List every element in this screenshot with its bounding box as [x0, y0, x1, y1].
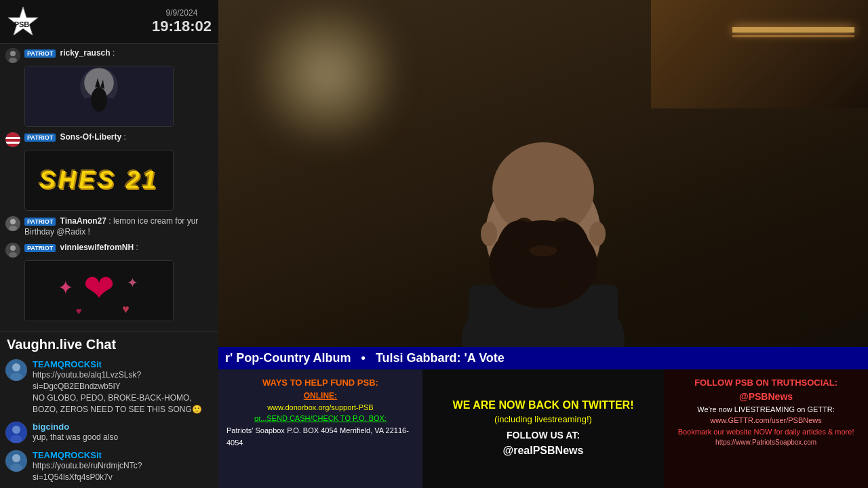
badge-patriot: PATRIOT	[24, 49, 56, 58]
follow-label: FOLLOW US AT:	[507, 428, 580, 443]
info-panels: WAYS TO HELP FUND PSB: ONLINE: www.donor…	[218, 369, 868, 488]
po-box: P.O. BOX 4054	[287, 426, 337, 434]
chat-message-3: PATRIOT TinaAnon27 : lemon ice cream for…	[5, 216, 213, 237]
username-tina: TinaAnon27	[60, 216, 106, 226]
username-teamq-2: TEAMQROCKSit	[33, 450, 213, 460]
truthsocial-panel: FOLLOW PSB ON TRUTHSOCIAL: @PSBNews We'r…	[664, 369, 868, 488]
twitter-line1: WE ARE NOW BACK ON TWITTER!	[453, 399, 634, 413]
bg-kitchen	[651, 0, 868, 108]
svg-text:♥: ♥	[122, 302, 130, 316]
ticker-text: r' Pop-Country Album • Tulsi Gabbard: 'A…	[225, 351, 505, 365]
truth-title: FOLLOW PSB ON TRUTHSOCIAL:	[672, 376, 860, 390]
svg-point-3	[10, 51, 16, 56]
svg-point-32	[10, 464, 22, 472]
time-display: 19:18:02	[152, 18, 212, 35]
svg-point-9	[91, 87, 107, 112]
svg-point-17	[9, 252, 17, 258]
psb-logo: PSB	[7, 5, 39, 38]
username-ricky: ricky_rausch	[60, 48, 111, 58]
twitter-handle: @realPSBNews	[503, 443, 584, 459]
header: PSB 9/9/2024 19:18:02	[0, 0, 218, 44]
vaughn-message-1: TEAMQROCKSit https://youtu.be/alq1LvzSLs…	[5, 359, 213, 415]
svg-point-14	[9, 226, 17, 231]
logo-area: PSB	[7, 5, 39, 38]
org-name: Patriots' Soapbox	[226, 426, 285, 434]
badge-patriot-4: PATRIOT	[24, 244, 56, 252]
username-vinnie: vinnieswifefromNH	[60, 243, 134, 252]
username-teamq-1: TEAMQROCKSit	[33, 359, 213, 369]
online-label: ONLINE:	[226, 390, 414, 402]
svg-point-25	[12, 363, 20, 371]
msg-teamq-2: https://youtu.be/ruNrdmjcNTc?si=1Q54lsXf…	[33, 460, 213, 483]
vaughn-chat-lower: TEAMQROCKSit https://youtu.be/alq1LvzSLs…	[0, 357, 218, 488]
video-frame: r' Pop-Country Album • Tulsi Gabbard: 'A…	[218, 0, 868, 488]
badge-patriot-3: PATRIOT	[24, 218, 56, 226]
vaughn-chat-label: Vaughn.live Chat	[0, 331, 218, 357]
livestream-text: We're now LIVESTREAMING on GETTR:	[672, 404, 860, 415]
svg-point-31	[12, 454, 20, 462]
person-silhouette	[401, 108, 686, 366]
vaughn-chat-title: Vaughn.live Chat	[7, 337, 116, 352]
cabinet-light-2	[732, 35, 854, 37]
chat-shes21: SHES 21	[24, 150, 174, 211]
msg-colon-1: :	[113, 48, 115, 58]
gettr-link: www.GETTR.com/user/PSBNews	[672, 415, 860, 426]
or-send: or...SEND CASH/CHECK TO P.O. BOX:	[226, 413, 414, 424]
svg-point-28	[12, 426, 20, 434]
svg-point-26	[10, 373, 22, 381]
username-sons: Sons-Of-Liberty	[60, 132, 122, 142]
msg-bigcindo: yup, that was good also	[33, 432, 118, 443]
avatar-bigcindo	[5, 422, 27, 443]
sidebar: PSB 9/9/2024 19:18:02 PATRIOT ricky_raus…	[0, 0, 218, 488]
fund-title: WAYS TO HELP FUND PSB:	[226, 376, 414, 390]
svg-point-4	[9, 58, 17, 63]
bg-window-light	[259, 7, 395, 142]
badge-patriot-2: PATRIOT	[24, 134, 56, 142]
svg-text:PSB: PSB	[14, 20, 30, 28]
twitter-panel: WE ARE NOW BACK ON TWITTER! (including l…	[422, 369, 664, 488]
datetime-area: 9/9/2024 19:18:02	[152, 8, 212, 35]
vaughn-message-3: TEAMQROCKSit https://youtu.be/ruNrdmjcNT…	[5, 450, 213, 483]
date-display: 9/9/2024	[152, 8, 212, 18]
truth-handle: @PSBNews	[672, 390, 860, 404]
svg-text:✦: ✦	[127, 275, 138, 290]
chat-image-wolf	[24, 66, 174, 127]
twitter-line2: (including livestreaming!)	[494, 413, 592, 426]
svg-text:✦: ✦	[58, 277, 73, 298]
svg-text:♥: ♥	[76, 306, 82, 317]
avatar-ricky	[5, 48, 20, 63]
chat-message-1: PATRIOT ricky_rausch :	[5, 48, 213, 127]
username-bigcindo: bigcindo	[33, 422, 118, 432]
shes21-text: SHES 21	[39, 166, 159, 195]
vaughn-message-2: bigcindo yup, that was good also	[5, 422, 213, 443]
svg-point-47	[530, 245, 557, 256]
avatar-vinnie	[5, 243, 20, 258]
chat-message-4: PATRIOT vinnieswifefromNH : ❤ ✦ ✦ ♥ ♥	[5, 243, 213, 321]
chat-upper: PATRIOT ricky_rausch :	[0, 44, 218, 331]
svg-text:❤: ❤	[83, 268, 115, 309]
avatar-teamq-2	[5, 450, 27, 472]
msg-teamq-1: https://youtu.be/alq1LvzSLsk?si=DgcQB2EB…	[33, 369, 213, 415]
avatar-sons	[5, 132, 20, 147]
website-link: https://www.PatriotsSoapbox.com	[672, 437, 860, 447]
chat-message-2: PATRIOT Sons-Of-Liberty : SHES 21	[5, 132, 213, 211]
fund-psb-panel: WAYS TO HELP FUND PSB: ONLINE: www.donor…	[218, 369, 422, 488]
chat-hearts-image: ❤ ✦ ✦ ♥ ♥	[24, 260, 174, 321]
avatar-tina	[5, 216, 20, 231]
main-video-area: r' Pop-Country Album • Tulsi Gabbard: 'A…	[218, 0, 868, 488]
ticker-bar: r' Pop-Country Album • Tulsi Gabbard: 'A…	[218, 347, 868, 369]
svg-point-38	[481, 222, 497, 246]
cabinet-light	[732, 27, 854, 33]
svg-point-39	[589, 222, 606, 246]
svg-point-29	[10, 435, 22, 443]
donate-url: www.donorbox.org/support-PSB	[226, 402, 414, 413]
svg-point-13	[10, 219, 16, 224]
svg-point-16	[10, 245, 16, 251]
bookmark-text: Bookmark our website NOW for daily artic…	[672, 426, 860, 438]
avatar-teamq-1	[5, 359, 27, 381]
